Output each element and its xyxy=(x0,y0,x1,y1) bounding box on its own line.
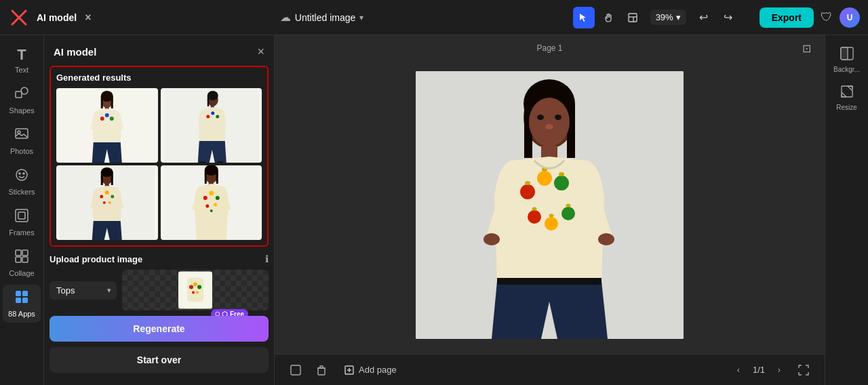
type-dropdown[interactable]: Tops Bottoms Dress Outerwear xyxy=(50,281,117,300)
svg-point-88 xyxy=(528,210,541,224)
results-grid xyxy=(56,88,262,240)
svg-point-6 xyxy=(21,87,28,94)
regenerate-button[interactable]: Regenerate xyxy=(50,316,269,342)
svg-point-66 xyxy=(197,285,201,289)
fullscreen-btn[interactable] xyxy=(793,360,814,380)
result-thumb-3[interactable] xyxy=(56,165,158,240)
file-title-area: ☁ Untitled image ▾ xyxy=(280,11,364,24)
add-page-button[interactable]: Add page xyxy=(337,360,403,380)
svg-rect-107 xyxy=(842,86,852,97)
panel-close-button[interactable]: × xyxy=(257,45,264,59)
bottom-page-icon-btn[interactable] xyxy=(285,360,306,380)
svg-rect-100 xyxy=(291,365,300,375)
page-label: Page 1 xyxy=(536,43,562,53)
bottom-left-tools: Add page xyxy=(285,360,403,380)
dropdown-row: Tops Bottoms Dress Outerwear xyxy=(50,270,269,310)
svg-point-75 xyxy=(537,115,544,120)
svg-rect-20 xyxy=(16,298,21,303)
product-upload-area[interactable]: ↓ xyxy=(122,270,269,310)
sidebar-item-apps[interactable]: 88 Apps xyxy=(3,285,41,323)
result-thumb-1[interactable] xyxy=(56,88,158,163)
app-logo[interactable] xyxy=(8,7,30,28)
bottom-right: ‹ 1/1 › xyxy=(730,360,814,380)
sidebar-item-text-label: Text xyxy=(15,66,28,74)
svg-point-38 xyxy=(216,115,219,119)
svg-point-58 xyxy=(203,196,207,200)
generated-results-section: Generated results xyxy=(50,66,269,247)
bottom-delete-btn[interactable] xyxy=(311,360,332,380)
sidebar-item-frames[interactable]: Frames xyxy=(3,203,41,241)
shapes-icon xyxy=(14,86,29,104)
sidebar-item-collage[interactable]: Collage xyxy=(3,244,41,282)
canvas-frame[interactable] xyxy=(416,71,684,339)
export-button[interactable]: Export xyxy=(760,7,814,28)
svg-point-63 xyxy=(210,209,212,212)
svg-line-109 xyxy=(842,92,846,97)
svg-point-96 xyxy=(566,203,571,207)
stickers-icon xyxy=(14,167,29,186)
frames-icon xyxy=(14,208,29,226)
user-avatar[interactable]: U xyxy=(840,7,860,28)
file-title[interactable]: Untitled image xyxy=(295,12,356,23)
product-thumbnail xyxy=(178,272,212,309)
sidebar-item-photos[interactable]: Photos xyxy=(3,122,41,160)
zoom-chevron-icon: ▾ xyxy=(676,12,681,22)
zoom-level: 39% xyxy=(656,12,673,22)
svg-rect-7 xyxy=(16,129,28,138)
svg-rect-5 xyxy=(16,92,22,98)
next-page-btn[interactable]: › xyxy=(770,361,788,379)
result-thumb-4[interactable] xyxy=(161,165,262,240)
regenerate-wrapper: ⬡ Free Regenerate xyxy=(50,316,269,342)
prev-page-btn[interactable]: ‹ xyxy=(730,361,747,379)
svg-point-61 xyxy=(205,205,209,208)
upload-row: Tops Bottoms Dress Outerwear xyxy=(50,270,269,310)
panel-title-bar: AI model × xyxy=(37,12,91,24)
zoom-control[interactable]: 39% ▾ xyxy=(650,9,686,25)
page-navigation: ‹ 1/1 › xyxy=(730,361,788,379)
page-counter: 1/1 xyxy=(753,365,765,375)
result-thumb-2[interactable] xyxy=(161,88,262,163)
topbar-right: Export 🛡 U xyxy=(760,7,860,28)
svg-point-62 xyxy=(214,203,217,207)
svg-point-59 xyxy=(209,191,214,196)
svg-rect-13 xyxy=(18,212,25,219)
svg-point-9 xyxy=(16,169,27,180)
svg-point-79 xyxy=(520,184,535,199)
hand-tool-btn[interactable] xyxy=(597,7,619,28)
svg-rect-16 xyxy=(16,257,21,262)
svg-point-48 xyxy=(105,190,109,195)
right-tool-background[interactable]: Backgr... xyxy=(829,42,865,77)
page-options-icon[interactable]: ⊡ xyxy=(802,42,811,55)
svg-point-65 xyxy=(193,283,197,287)
canvas-area: Page 1 ⊡ xyxy=(275,35,825,385)
main-layout: T Text Shapes Photos xyxy=(0,35,868,385)
info-icon[interactable]: ℹ xyxy=(265,254,269,264)
svg-point-50 xyxy=(103,201,106,204)
svg-rect-106 xyxy=(841,47,848,60)
collage-icon xyxy=(14,249,29,267)
svg-point-90 xyxy=(532,207,537,210)
file-chevron-icon[interactable]: ▾ xyxy=(359,13,363,22)
svg-rect-101 xyxy=(318,368,325,375)
sidebar-item-text[interactable]: T Text xyxy=(3,41,41,79)
layout-tool-btn[interactable] xyxy=(622,7,644,28)
svg-point-91 xyxy=(545,217,558,230)
type-dropdown-wrapper[interactable]: Tops Bottoms Dress Outerwear xyxy=(50,281,117,300)
start-over-button[interactable]: Start over xyxy=(50,347,269,373)
select-tool-btn[interactable] xyxy=(573,7,595,28)
redo-btn[interactable]: ↪ xyxy=(717,7,739,28)
bottom-bar: Add page ‹ 1/1 › xyxy=(275,354,825,385)
sidebar-item-stickers[interactable]: Stickers xyxy=(3,163,41,201)
svg-rect-45 xyxy=(111,172,113,185)
svg-point-30 xyxy=(110,117,114,121)
sidebar-item-shapes[interactable]: Shapes xyxy=(3,81,41,119)
svg-rect-19 xyxy=(22,291,28,296)
upload-section: Upload product image ℹ Tops Bottoms Dres… xyxy=(44,254,274,378)
svg-rect-56 xyxy=(216,170,218,184)
right-tool-resize[interactable]: Resize xyxy=(829,80,865,115)
sidebar-item-stickers-label: Stickers xyxy=(8,188,35,196)
svg-rect-34 xyxy=(207,96,209,106)
undo-btn[interactable]: ↩ xyxy=(693,7,715,28)
main-model-illustration xyxy=(416,71,684,339)
panel-close-icon[interactable]: × xyxy=(85,12,91,24)
